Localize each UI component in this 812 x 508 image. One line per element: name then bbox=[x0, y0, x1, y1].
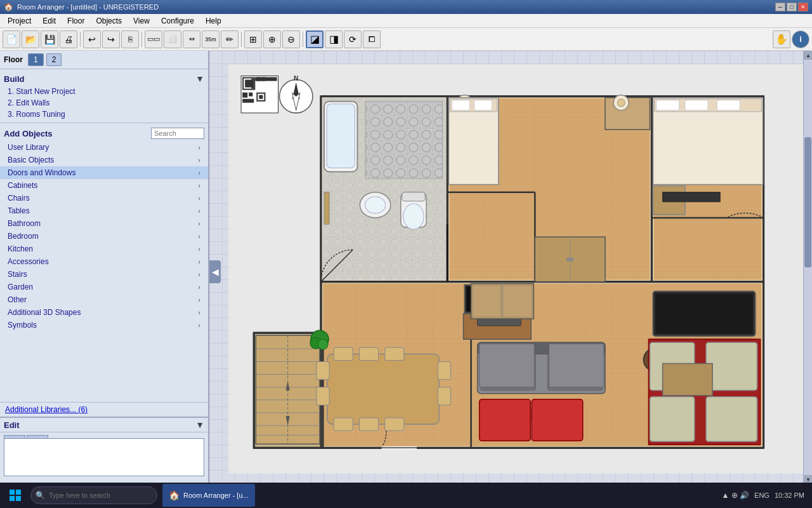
svg-text:N: N bbox=[294, 75, 298, 82]
windows-icon bbox=[9, 489, 22, 502]
taskbar-app-button[interactable]: 🏠 Room Arranger - [u... bbox=[162, 484, 255, 507]
svg-rect-102 bbox=[480, 344, 535, 387]
size-button[interactable]: 35m bbox=[202, 30, 219, 48]
svg-rect-133 bbox=[317, 361, 329, 379]
menu-view[interactable]: View bbox=[128, 15, 155, 27]
library-item-bedroom[interactable]: Bedroom › bbox=[0, 230, 208, 243]
library-item-cabinets[interactable]: Cabinets › bbox=[0, 179, 208, 192]
build-step-2[interactable]: 2. Edit Walls bbox=[4, 97, 204, 109]
save-button[interactable]: 💾 bbox=[41, 30, 58, 48]
svg-rect-72 bbox=[656, 100, 679, 110]
clock: 10:32 PM bbox=[775, 491, 804, 499]
chevron-right-icon: › bbox=[198, 245, 200, 253]
library-item-3d-shapes[interactable]: Additional 3D Shapes › bbox=[0, 306, 208, 319]
zoom-in-button[interactable]: ⊕ bbox=[263, 30, 281, 48]
chevron-right-icon: › bbox=[198, 156, 200, 164]
maximize-button[interactable]: □ bbox=[787, 3, 797, 11]
edit-tab-2[interactable] bbox=[27, 435, 48, 438]
app-icon: 🏠 bbox=[4, 3, 13, 11]
edit-tab-1[interactable] bbox=[4, 435, 25, 438]
svg-rect-59 bbox=[324, 192, 329, 224]
edit-header: Edit ▼ bbox=[0, 418, 208, 432]
svg-rect-134 bbox=[317, 387, 329, 405]
menu-floor[interactable]: Floor bbox=[62, 15, 89, 27]
build-step-3[interactable]: 3. Rooms Tuning bbox=[4, 109, 204, 120]
minimize-button[interactable]: ─ bbox=[775, 3, 785, 11]
scroll-thumb-v[interactable] bbox=[804, 137, 811, 267]
svg-rect-103 bbox=[549, 344, 604, 387]
svg-point-65 bbox=[617, 99, 625, 107]
build-section: Build ▼ 1. Start New Project 2. Edit Wal… bbox=[0, 69, 208, 123]
menu-edit[interactable]: Edit bbox=[37, 15, 61, 27]
scrollbar-vertical[interactable]: ▲ ▼ bbox=[803, 51, 812, 484]
chevron-right-icon: › bbox=[198, 182, 200, 189]
3d-view-button[interactable]: ◨ bbox=[325, 30, 343, 48]
close-button[interactable]: ✕ bbox=[798, 3, 808, 11]
svg-point-55 bbox=[365, 197, 385, 213]
library-item-user[interactable]: User Library › bbox=[0, 141, 208, 154]
menu-bar: Project Edit Floor Objects View Configur… bbox=[0, 14, 812, 28]
build-step-1[interactable]: 1. Start New Project bbox=[4, 86, 204, 97]
library-item-basic[interactable]: Basic Objects › bbox=[0, 154, 208, 166]
menu-configure[interactable]: Configure bbox=[156, 15, 199, 27]
build-toggle[interactable]: ▼ bbox=[195, 74, 204, 84]
additional-libraries-link[interactable]: Additional Libraries... (6) bbox=[0, 402, 208, 417]
add-objects-label: Add Objects bbox=[4, 129, 147, 138]
taskbar-app-label: Room Arranger - [u... bbox=[183, 491, 249, 499]
draw-wall-button[interactable]: ⬜ bbox=[164, 30, 181, 48]
edit-toggle[interactable]: ▼ bbox=[195, 420, 204, 430]
svg-rect-77 bbox=[663, 192, 721, 202]
library-item-kitchen[interactable]: Kitchen › bbox=[0, 243, 208, 255]
new-button[interactable]: 📄 bbox=[3, 30, 20, 48]
add-objects-section: Add Objects User Library › Basic Objects… bbox=[0, 123, 208, 402]
menu-project[interactable]: Project bbox=[3, 15, 36, 27]
pencil-button[interactable]: ✏ bbox=[221, 30, 239, 48]
edit-tabs bbox=[0, 432, 208, 438]
windows-start-button[interactable] bbox=[3, 483, 28, 508]
sep1 bbox=[80, 32, 81, 47]
open-button[interactable]: 📂 bbox=[22, 30, 39, 48]
scroll-up-arrow[interactable]: ▲ bbox=[804, 51, 812, 60]
print-button[interactable]: 🖨 bbox=[60, 30, 77, 48]
rotate-3d-button[interactable]: ⟳ bbox=[344, 30, 362, 48]
library-item-symbols[interactable]: Symbols › bbox=[0, 319, 208, 331]
info-button[interactable]: i bbox=[792, 30, 809, 48]
taskbar-right-area: ▲ ⊕ 🔊 ENG 10:32 PM bbox=[722, 491, 809, 500]
menu-objects[interactable]: Objects bbox=[91, 15, 127, 27]
svg-rect-100 bbox=[706, 397, 757, 441]
search-input[interactable] bbox=[151, 128, 204, 139]
svg-rect-126 bbox=[327, 354, 439, 424]
zoom-fit-button[interactable]: ⊞ bbox=[244, 30, 262, 48]
library-item-doors[interactable]: Doors and Windows › bbox=[0, 166, 208, 179]
chevron-right-icon: › bbox=[198, 144, 200, 151]
chevron-right-icon: › bbox=[198, 258, 200, 265]
library-item-other[interactable]: Other › bbox=[0, 293, 208, 306]
library-item-stairs[interactable]: Stairs › bbox=[0, 268, 208, 281]
floor-tab-2[interactable]: 2 bbox=[46, 53, 62, 66]
app-icon-small: 🏠 bbox=[169, 490, 180, 500]
svg-rect-58 bbox=[402, 192, 425, 201]
library-item-bathroom[interactable]: Bathroom › bbox=[0, 217, 208, 230]
redo-button[interactable]: ↪ bbox=[102, 30, 120, 48]
collapse-panel-button[interactable]: ◀ bbox=[209, 260, 221, 283]
taskbar-search-input[interactable] bbox=[30, 486, 157, 504]
library-item-chairs[interactable]: Chairs › bbox=[0, 192, 208, 204]
library-item-accessories[interactable]: Accessories › bbox=[0, 255, 208, 268]
sep3 bbox=[241, 32, 242, 47]
texture-button[interactable]: ⧠ bbox=[363, 30, 381, 48]
canvas-area[interactable]: ◀ N bbox=[209, 51, 812, 493]
draw-room-button[interactable]: ▭▭ bbox=[145, 30, 162, 48]
chevron-right-icon: › bbox=[198, 220, 200, 227]
floor-label: Floor bbox=[4, 55, 23, 64]
menu-help[interactable]: Help bbox=[200, 15, 226, 27]
3d-box-button[interactable]: ◪ bbox=[306, 30, 324, 48]
floor-tab-1[interactable]: 1 bbox=[28, 53, 44, 66]
library-item-tables[interactable]: Tables › bbox=[0, 204, 208, 217]
copy-button[interactable]: ⎘ bbox=[121, 30, 139, 48]
hand-tool-button[interactable]: ✋ bbox=[773, 30, 790, 48]
measure-button[interactable]: ⇔ bbox=[183, 30, 200, 48]
svg-rect-146 bbox=[16, 490, 21, 495]
zoom-out-button[interactable]: ⊖ bbox=[282, 30, 300, 48]
undo-button[interactable]: ↩ bbox=[83, 30, 101, 48]
library-item-garden[interactable]: Garden › bbox=[0, 281, 208, 293]
